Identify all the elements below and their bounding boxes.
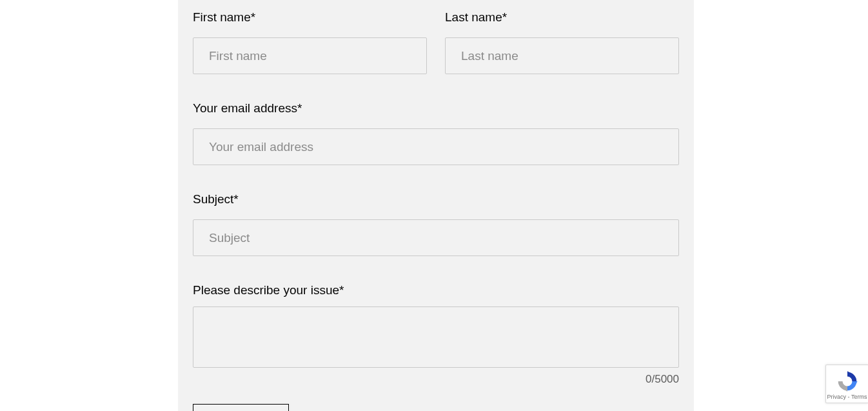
char-counter: 0/5000 [193,373,679,386]
issue-textarea[interactable] [193,306,679,368]
contact-form-panel: First name* Last name* Your email addres… [178,0,694,411]
recaptcha-privacy-link[interactable]: Privacy [827,394,847,400]
subject-group: Subject* [193,192,679,256]
subject-label: Subject* [193,192,679,206]
recaptcha-links: Privacy - Terms [827,394,867,400]
recaptcha-icon [836,370,858,392]
attach-files-button[interactable]: Attach files... [193,404,289,411]
last-name-group: Last name* [445,10,679,74]
email-input[interactable] [193,128,679,165]
email-group: Your email address* [193,101,679,165]
last-name-label: Last name* [445,10,679,25]
issue-label: Please describe your issue* [193,283,679,297]
first-name-label: First name* [193,10,427,25]
recaptcha-terms-link[interactable]: Terms [851,394,867,400]
first-name-group: First name* [193,10,427,74]
recaptcha-badge[interactable]: Privacy - Terms [825,365,868,403]
email-label: Your email address* [193,101,679,115]
first-name-input[interactable] [193,37,427,74]
attach-row: Attach files... Max file size 100MB [193,404,679,411]
issue-group: Please describe your issue* 0/5000 [193,283,679,386]
subject-input[interactable] [193,219,679,256]
last-name-input[interactable] [445,37,679,74]
